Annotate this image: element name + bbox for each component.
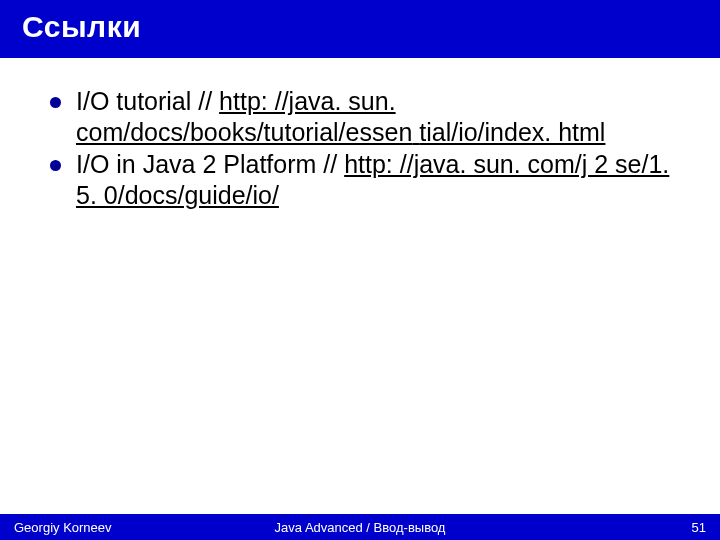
bullet-prefix: I/O in Java 2 Platform // (76, 150, 344, 178)
list-item: I/O in Java 2 Platform // http: //java. … (48, 149, 682, 210)
slide: Ссылки I/O tutorial // http: //java. sun… (0, 0, 720, 540)
bullet-prefix: I/O tutorial // (76, 87, 219, 115)
list-item: I/O tutorial // http: //java. sun. com/d… (48, 86, 682, 147)
link-text-line2: tial/io/index. html (419, 118, 605, 146)
footer-page-number: 51 (692, 520, 706, 535)
bullet-list: I/O tutorial // http: //java. sun. com/d… (48, 86, 682, 210)
slide-title: Ссылки (22, 10, 698, 44)
title-bar: Ссылки (0, 0, 720, 58)
footer-author: Georgiy Korneev (14, 520, 112, 535)
footer-bar: Georgiy Korneev Java Advanced / Ввод-выв… (0, 514, 720, 540)
slide-body: I/O tutorial // http: //java. sun. com/d… (0, 58, 720, 540)
